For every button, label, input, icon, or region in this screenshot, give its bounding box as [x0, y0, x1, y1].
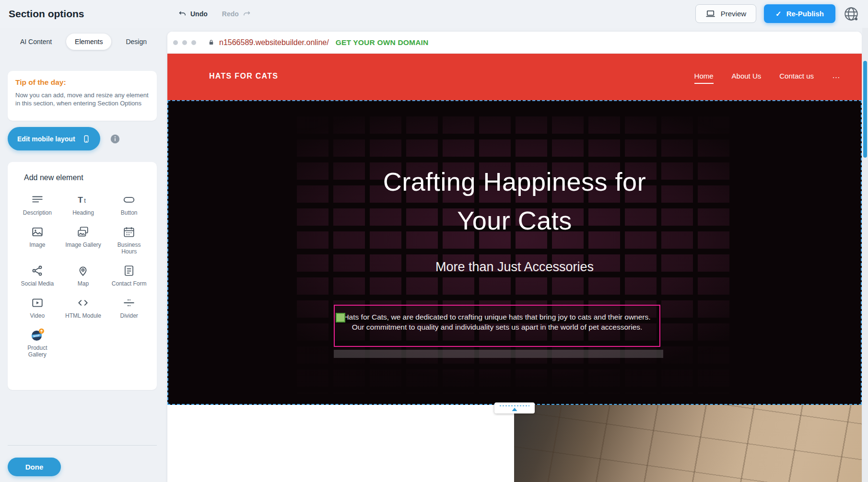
canvas-scrollbar[interactable]	[862, 28, 868, 482]
undo-redo-group: Undo Redo	[178, 0, 251, 28]
scrollbar-thumb[interactable]	[863, 61, 867, 158]
republish-button[interactable]: ✓ Re-Publish	[764, 4, 835, 23]
devices-icon	[705, 10, 716, 18]
browser-frame: n1566589.websitebuilder.online/ GET YOUR…	[167, 32, 862, 482]
republish-label: Re-Publish	[786, 10, 824, 18]
redo-icon	[243, 10, 251, 18]
window-dot	[191, 40, 196, 45]
tip-body: Now you can add, move and resize any ele…	[15, 91, 152, 107]
button-icon	[123, 193, 135, 207]
svg-text:T: T	[78, 195, 83, 205]
element-label: Divider	[120, 312, 138, 319]
globe-icon	[843, 6, 861, 22]
add-element-panel: Add new element Description Tt Heading	[8, 162, 157, 390]
undo-icon	[178, 10, 187, 18]
element-image[interactable]: Image	[14, 224, 60, 256]
editor-canvas: n1566589.websitebuilder.online/ GET YOUR…	[167, 28, 868, 482]
social-media-icon	[31, 264, 44, 277]
image-gallery-icon	[77, 225, 89, 239]
language-globe-button[interactable]	[843, 5, 861, 23]
element-grid: Description Tt Heading Button	[14, 192, 152, 359]
element-label: Business Hours	[109, 241, 149, 255]
hero-subheading[interactable]: More than Just Accessories	[168, 259, 861, 275]
sidebar-tabs: AI Content Elements Design	[13, 34, 153, 50]
tab-elements[interactable]: Elements	[66, 34, 111, 50]
pavement-photo	[514, 405, 862, 482]
element-label: Map	[78, 280, 89, 287]
element-description[interactable]: Description	[14, 192, 60, 218]
divider-icon	[123, 296, 135, 310]
site-logo[interactable]: HATS FOR CATS	[209, 72, 278, 80]
redo-label: Redo	[222, 10, 239, 18]
element-map[interactable]: Map	[60, 263, 106, 288]
edit-mobile-layout-button[interactable]: Edit mobile layout	[8, 127, 100, 150]
nav-more-icon[interactable]: …	[832, 71, 841, 80]
element-divider[interactable]: Divider	[106, 295, 152, 321]
tab-ai-content[interactable]: AI Content	[13, 34, 59, 50]
image-icon	[31, 225, 44, 239]
element-label: Image Gallery	[65, 241, 101, 248]
topbar-actions: Preview ✓ Re-Publish	[695, 4, 861, 23]
undo-label: Undo	[190, 10, 208, 18]
topbar: Section options Undo Redo Preview	[0, 0, 868, 28]
hero-body-line1: Hats for Cats, we are dedicated to craft…	[343, 313, 650, 321]
tip-title: Tip of the day:	[15, 78, 149, 87]
tab-design[interactable]: Design	[119, 34, 153, 50]
product-gallery-icon: SHOP	[30, 328, 45, 342]
element-social-media[interactable]: Social Media	[14, 263, 60, 288]
get-domain-link[interactable]: GET YOUR OWN DOMAIN	[336, 38, 429, 47]
section-resize-handle[interactable]	[494, 402, 535, 413]
done-button[interactable]: Done	[8, 458, 61, 476]
nav-contact-us[interactable]: Contact us	[779, 72, 814, 80]
element-label: HTML Module	[65, 312, 101, 319]
preview-label: Preview	[721, 10, 746, 18]
phone-icon	[82, 135, 91, 143]
site-header[interactable]: HATS FOR CATS Home About Us Contact us …	[167, 54, 862, 100]
next-section[interactable]	[167, 405, 862, 482]
site-url[interactable]: n1566589.websitebuilder.online/	[219, 38, 329, 47]
element-button[interactable]: Button	[106, 192, 152, 218]
redo-button[interactable]: Redo	[222, 10, 251, 18]
info-icon[interactable]	[110, 134, 120, 144]
selected-text-element[interactable]: Hats for Cats, we are dedicated to craft…	[334, 305, 660, 347]
element-label: Description	[23, 209, 52, 216]
element-label: Social Media	[21, 280, 54, 287]
element-video[interactable]: Video	[14, 295, 60, 321]
preview-button[interactable]: Preview	[695, 4, 756, 23]
tip-card: Tip of the day: Now you can add, move an…	[8, 71, 157, 121]
description-icon	[31, 193, 44, 207]
element-label: Heading	[72, 209, 94, 216]
element-product-gallery[interactable]: SHOP Product Gallery	[14, 327, 60, 359]
nav-about-us[interactable]: About Us	[732, 72, 762, 80]
hero-heading[interactable]: Crafting Happiness for Your Cats	[168, 162, 861, 240]
hero-section[interactable]: Crafting Happiness for Your Cats More th…	[167, 100, 862, 405]
sidebar-divider	[8, 445, 157, 446]
business-hours-icon	[123, 225, 135, 239]
hero-heading-line1: Crafting Happiness for	[383, 167, 646, 196]
hero-body-text: Hats for Cats, we are dedicated to craft…	[335, 306, 659, 332]
element-drag-handle[interactable]	[336, 313, 345, 322]
hero-heading-line2: Your Cats	[457, 206, 572, 235]
video-icon	[31, 296, 44, 310]
map-icon	[77, 264, 89, 277]
undo-button[interactable]: Undo	[178, 10, 208, 18]
element-html-module[interactable]: HTML Module	[60, 295, 106, 321]
element-business-hours[interactable]: Business Hours	[106, 224, 152, 256]
selection-ghost-bar	[334, 350, 663, 358]
window-dot	[173, 40, 178, 45]
heading-icon: Tt	[77, 193, 89, 207]
contact-form-icon	[123, 264, 135, 277]
hero-body-line2: Our commitment to quality and individual…	[352, 323, 643, 331]
svg-text:t: t	[84, 197, 86, 204]
add-element-title: Add new element	[24, 173, 157, 182]
element-label: Contact Form	[112, 280, 147, 287]
site-preview: HATS FOR CATS Home About Us Contact us ……	[167, 54, 862, 482]
site-nav: Home About Us Contact us …	[694, 71, 841, 80]
nav-home[interactable]: Home	[694, 72, 714, 80]
element-image-gallery[interactable]: Image Gallery	[60, 224, 106, 256]
app-root: Section options Undo Redo Preview	[0, 0, 868, 482]
element-contact-form[interactable]: Contact Form	[106, 263, 152, 288]
edit-mobile-row: Edit mobile layout	[8, 127, 120, 150]
window-controls	[173, 40, 196, 45]
element-heading[interactable]: Tt Heading	[60, 192, 106, 218]
